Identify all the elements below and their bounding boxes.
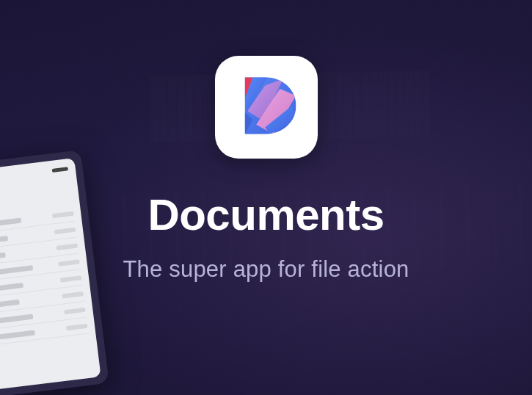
hero-content: Documents The super app for file action: [0, 0, 532, 395]
app-subtitle: The super app for file action: [123, 256, 409, 283]
documents-d-logo-icon: [233, 72, 300, 142]
app-icon-container: [215, 56, 318, 159]
app-title: Documents: [147, 189, 384, 240]
